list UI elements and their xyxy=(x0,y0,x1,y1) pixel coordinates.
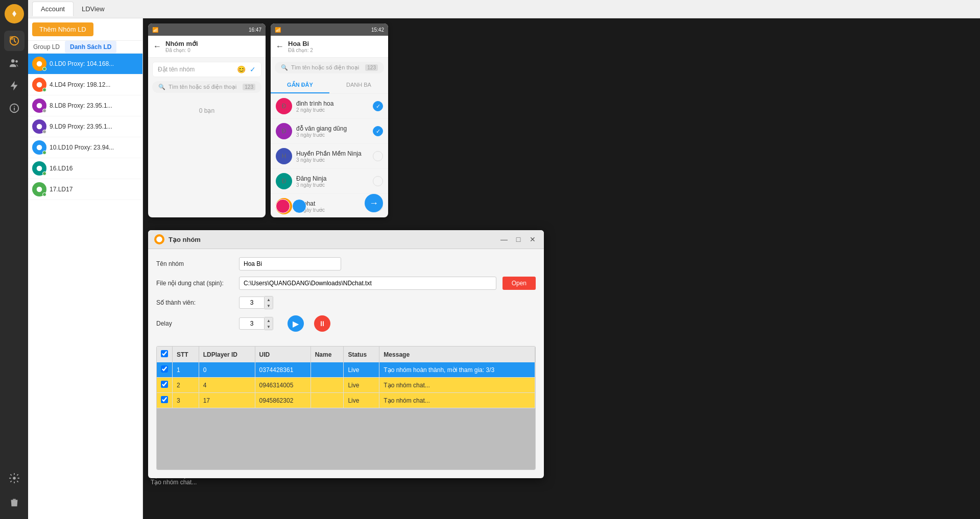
sidebar-settings-btn[interactable] xyxy=(4,468,25,488)
sidebar-users-btn[interactable] xyxy=(4,53,25,73)
contact-check-3[interactable] xyxy=(373,176,383,186)
contact-item-1[interactable]: Đ đỗ văn giang dũng 3 ngày trước ✓ xyxy=(271,119,388,144)
btn-open[interactable]: Open xyxy=(503,277,536,290)
status-dot-0 xyxy=(42,67,46,71)
phone-screen-2: 📶 15:42 ← Hoa Bi Đã chọn: 2 🔍 xyxy=(271,23,388,217)
label-file: File nội dung chat (spin): xyxy=(156,280,233,287)
td-stt-2: 3 xyxy=(173,393,199,408)
ld-item-8[interactable]: 8.LD8 Proxy: 23.95.1... xyxy=(28,95,142,116)
dialog-maximize-btn[interactable]: □ xyxy=(513,234,523,244)
table-row-1[interactable]: 2 4 0946314005 Live Tạo nhóm chat... xyxy=(157,378,535,393)
phone1-search[interactable]: 🔍 Tìm tên hoặc số điện thoại 123 xyxy=(152,81,261,93)
search-count-2: 123 xyxy=(365,64,378,71)
th-ldplayer: LDPlayer ID xyxy=(199,347,255,362)
row-checkbox-2[interactable] xyxy=(161,396,168,403)
contact-item-3[interactable]: Đ Đăng Ninja 3 ngày trước xyxy=(271,169,388,194)
ld-item-17[interactable]: 17.LD17 xyxy=(28,179,142,200)
svg-point-12 xyxy=(37,124,42,130)
contact-item-0[interactable]: Đ đinh trình hoa 2 ngày trước ✓ xyxy=(271,94,388,119)
spinner-members: ▲ ▼ xyxy=(239,296,273,309)
dialog-titlebar: Tạo nhóm — □ ✕ xyxy=(148,230,544,249)
tab-account[interactable]: Account xyxy=(32,2,74,16)
th-checkbox[interactable] xyxy=(161,350,168,357)
row-checkbox-1[interactable] xyxy=(161,381,168,388)
dialog-body: Tên nhóm File nội dung chat (spin): Open… xyxy=(148,249,544,346)
contact-name-1: đỗ văn giang dũng xyxy=(296,125,369,132)
td-status-0: Live xyxy=(344,362,379,378)
label-delay: Delay xyxy=(156,320,233,327)
th-uid: UID xyxy=(255,347,310,362)
phone2-search[interactable]: 🔍 Tìm tên hoặc số điện thoại 123 xyxy=(275,62,384,73)
spinner-delay-up[interactable]: ▲ xyxy=(265,317,273,324)
td-uid-1: 0946314005 xyxy=(255,378,310,393)
spinner-members-up[interactable]: ▲ xyxy=(265,296,273,303)
td-name-0 xyxy=(310,362,344,378)
spinner-members-down[interactable]: ▼ xyxy=(265,303,273,309)
sidebar-clock-btn[interactable] xyxy=(4,31,25,51)
ld-item-10[interactable]: 10.LD10 Proxy: 23.94... xyxy=(28,137,142,158)
phone2-tab-contacts[interactable]: DANH BA xyxy=(329,78,388,93)
ld-label-17: 17.LD17 xyxy=(50,186,73,193)
tab-danh-sach-ld[interactable]: Danh Sách LD xyxy=(65,41,116,53)
form-row-members: Số thành viên: ▲ ▼ xyxy=(156,296,536,309)
contact-check-1[interactable]: ✓ xyxy=(373,126,383,136)
phone2-tab-recent[interactable]: GẦN ĐÂY xyxy=(271,78,329,93)
label-ten-nhom: Tên nhóm xyxy=(156,260,233,267)
spinner-delay-down[interactable]: ▼ xyxy=(265,324,273,330)
input-delay[interactable] xyxy=(239,317,265,330)
row-checkbox-0[interactable] xyxy=(161,365,168,373)
phone1-back[interactable]: ← xyxy=(153,42,161,51)
svg-point-9 xyxy=(37,61,42,67)
search-icon-2: 🔍 xyxy=(281,64,288,71)
top-tabbar: Account LDView xyxy=(28,0,980,18)
dialog-table-container: STT LDPlayer ID UID Name Status Message xyxy=(156,346,536,470)
dialog-close-btn[interactable]: ✕ xyxy=(528,234,538,244)
td-ldid-0: 0 xyxy=(199,362,255,378)
ld-icon-16 xyxy=(32,161,46,176)
tab-ldview[interactable]: LDView xyxy=(74,2,113,16)
spinner-delay: ▲ ▼ xyxy=(239,317,273,330)
btn-play[interactable]: ▶ xyxy=(288,315,304,332)
ld-item-9[interactable]: 9.LD9 Proxy: 23.95.1... xyxy=(28,116,142,137)
contact-time-4: 4 ngày trước xyxy=(296,207,369,213)
ld-list: 0.LD0 Proxy: 104.168... 4.LD4 Proxy: 198… xyxy=(28,54,142,519)
add-group-button[interactable]: Thêm Nhóm LD xyxy=(32,22,93,36)
phone2-back[interactable]: ← xyxy=(276,42,284,51)
td-check-0 xyxy=(157,362,173,378)
table-row-0[interactable]: 1 0 0374428361 Live Tạo nhóm hoàn thành,… xyxy=(157,362,535,378)
phone1-name-input[interactable]: Đặt tên nhóm 😊 ✓ xyxy=(152,62,261,77)
sidebar-bolt-btn[interactable] xyxy=(4,76,25,96)
emoji-icon: 😊 xyxy=(237,65,246,73)
open-ldplayer-text2: Tạo nhóm chat... xyxy=(151,479,199,486)
btn-next[interactable]: → xyxy=(365,194,383,212)
input-ten-nhom[interactable] xyxy=(239,257,341,270)
main-panel: Account LDView Thêm Nhóm LD Group LD Dan… xyxy=(28,0,980,519)
phone2-statusbar: 📶 15:42 xyxy=(271,23,388,36)
btn-pause[interactable]: ⏸ xyxy=(314,315,330,332)
th-status: Status xyxy=(344,347,379,362)
sidebar-info-btn[interactable] xyxy=(4,98,25,118)
input-members[interactable] xyxy=(239,296,265,309)
dialog-minimize-btn[interactable]: — xyxy=(499,234,509,244)
ld-item-16[interactable]: 16.LD16 xyxy=(28,158,142,179)
ld-item-0[interactable]: 0.LD0 Proxy: 104.168... xyxy=(28,54,142,75)
contact-time-3: 3 ngày trước xyxy=(296,182,369,188)
dialog-table-footer xyxy=(157,408,535,469)
svg-point-15 xyxy=(37,187,42,192)
contact-check-0[interactable]: ✓ xyxy=(373,101,383,111)
status-dot-4 xyxy=(42,88,46,92)
phone1-search-placeholder: Tìm tên hoặc số điện thoại xyxy=(169,84,236,90)
contact-item-2[interactable]: H Huyền Phần Mềm Ninja 3 ngày trước xyxy=(271,144,388,169)
app-logo xyxy=(5,4,24,23)
tab-group-ld[interactable]: Group LD xyxy=(28,41,65,53)
spinner-members-arrows: ▲ ▼ xyxy=(265,296,273,309)
sidebar-trash-btn[interactable] xyxy=(4,492,25,513)
input-file[interactable] xyxy=(239,277,496,290)
right-area: 📶 16:47 ← Nhóm mới Đã chọn: 0 Đặt tên nh… xyxy=(143,18,980,519)
ld-item-4[interactable]: 4.LD4 Proxy: 198.12... xyxy=(28,75,142,95)
form-row-tengroup: Tên nhóm xyxy=(156,257,536,270)
table-row-2[interactable]: 3 17 0945862302 Live Tạo nhóm chat... xyxy=(157,393,535,408)
contact-check-2[interactable] xyxy=(373,151,383,161)
td-message-2: Tạo nhóm chat... xyxy=(379,393,535,408)
ld-label-4: 4.LD4 Proxy: 198.12... xyxy=(50,81,110,88)
